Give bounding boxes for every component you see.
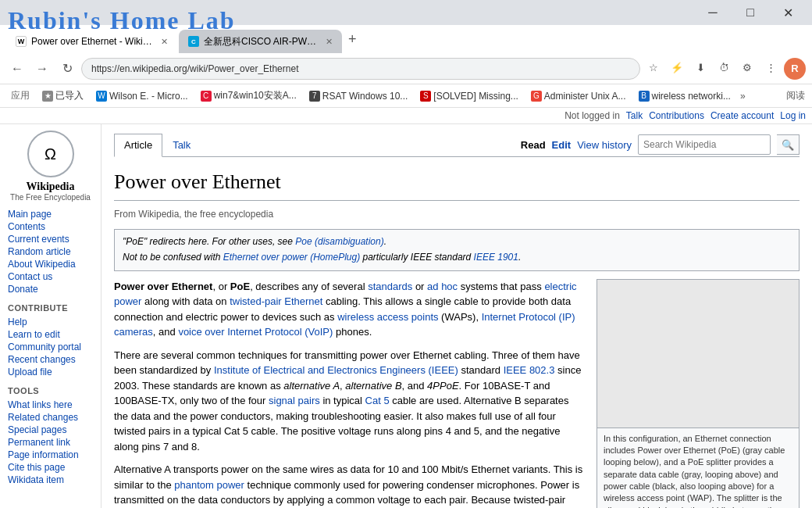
bookmark-win7-label: win7&win10安装A... bbox=[214, 89, 297, 102]
forward-button[interactable]: → bbox=[31, 58, 53, 80]
sidebar-item-wikidata-item[interactable]: Wikidata item bbox=[8, 474, 93, 486]
create-account-link[interactable]: Create account bbox=[710, 110, 774, 121]
tab-article[interactable]: Article bbox=[114, 134, 162, 157]
tab-wikipedia[interactable]: W Power over Ethernet - Wikipe... ✕ bbox=[6, 30, 177, 53]
article-tabs: Article Talk Read Edit View history 🔍 bbox=[114, 134, 800, 157]
tab-actions: Read Edit View history 🔍 bbox=[521, 134, 800, 156]
sidebar-contribute: Contribute Help Learn to edit Community … bbox=[8, 303, 93, 378]
bookmark-wireless[interactable]: B wireless networki... bbox=[634, 89, 735, 103]
poe-disambiguation-link[interactable]: Poe (disambiguation) bbox=[295, 236, 383, 247]
minimize-button[interactable]: ─ bbox=[695, 0, 731, 25]
voip-link[interactable]: voice over Internet Protocol (VoIP) bbox=[178, 326, 333, 338]
phantom-power-link[interactable]: phantom power bbox=[174, 479, 244, 491]
action-view-history[interactable]: View history bbox=[577, 138, 632, 153]
action-read[interactable]: Read bbox=[521, 138, 546, 153]
sidebar-item-help[interactable]: Help bbox=[8, 316, 93, 328]
bookmark-wilson[interactable]: W Wilson E. - Micro... bbox=[91, 89, 193, 103]
intro-paragraph: Power over Ethernet, or PoE, describes a… bbox=[114, 279, 584, 340]
sidebar-item-current-events[interactable]: Current events bbox=[8, 233, 93, 245]
bookmark-unix[interactable]: G Administer Unix A... bbox=[526, 89, 631, 103]
extensions-button[interactable]: ⚡ bbox=[667, 58, 687, 78]
action-edit[interactable]: Edit bbox=[552, 138, 572, 153]
search-input[interactable] bbox=[638, 134, 771, 155]
tab-cisco-close[interactable]: ✕ bbox=[326, 37, 333, 47]
wiki-logo: Ω Wikipedia The Free Encyclopedia bbox=[8, 131, 93, 202]
sidebar-item-upload-file[interactable]: Upload file bbox=[8, 366, 93, 378]
search-button[interactable]: 🔍 bbox=[777, 134, 800, 155]
log-in-link[interactable]: Log in bbox=[780, 110, 806, 121]
content-text: Power over Ethernet, or PoE, describes a… bbox=[114, 279, 584, 509]
wap-link[interactable]: wireless access points bbox=[337, 311, 438, 323]
sidebar-item-recent-changes[interactable]: Recent changes bbox=[8, 353, 93, 366]
menu-button[interactable]: ⋮ bbox=[760, 58, 781, 78]
apps-label: 应用 bbox=[11, 89, 30, 102]
ieee-802-3-link[interactable]: IEEE 802.3 bbox=[504, 364, 555, 376]
wiki-logo-circle: Ω bbox=[27, 131, 74, 177]
bookmark-unix-label: Administer Unix A... bbox=[544, 91, 626, 102]
cat5-link[interactable]: Cat 5 bbox=[365, 395, 390, 406]
twisted-pair-link[interactable]: twisted-pair Ethernet bbox=[230, 295, 322, 307]
content-area: Power over Ethernet, or PoE, describes a… bbox=[114, 279, 800, 509]
reload-button[interactable]: ↻ bbox=[56, 58, 78, 80]
sidebar-item-special-pages[interactable]: Special pages bbox=[8, 424, 93, 436]
address-bar[interactable] bbox=[81, 58, 640, 80]
sidebar-item-community-portal[interactable]: Community portal bbox=[8, 341, 93, 353]
tab-talk[interactable]: Talk bbox=[162, 134, 201, 157]
title-bar: ─ □ ✕ bbox=[0, 0, 812, 25]
bookmark-win7[interactable]: C win7&win10安装A... bbox=[196, 88, 301, 104]
ethernet-over-power-link[interactable]: Ethernet over power (HomePlug) bbox=[223, 252, 360, 263]
toolbar-icons: ☆ ⚡ ⬇ ⏱ ⚙ ⋮ R bbox=[643, 58, 806, 80]
bookmarks-bar: 应用 ★ 已导入 W Wilson E. - Micro... C win7&w… bbox=[0, 84, 812, 108]
bookmark-wilson-icon: W bbox=[96, 91, 107, 102]
sidebar-item-main-page[interactable]: Main page bbox=[8, 208, 93, 220]
user-bar: Not logged in Talk Contributions Create … bbox=[0, 108, 812, 124]
bookmarks-more[interactable]: » bbox=[740, 91, 746, 102]
bookmark-imported-icon: ★ bbox=[42, 91, 53, 102]
sidebar-item-random-article[interactable]: Random article bbox=[8, 245, 93, 258]
sidebar-item-cite-this-page[interactable]: Cite this page bbox=[8, 461, 93, 474]
sidebar-item-contents[interactable]: Contents bbox=[8, 220, 93, 233]
maximize-button[interactable]: □ bbox=[732, 0, 768, 25]
ieee-1901-link[interactable]: IEEE 1901 bbox=[474, 252, 518, 263]
bookmark-apps[interactable]: 应用 bbox=[6, 88, 34, 104]
profile-button[interactable]: R bbox=[784, 58, 806, 80]
wiki-logo-symbol: Ω bbox=[45, 145, 56, 163]
ad-hoc-link[interactable]: ad hoc bbox=[427, 281, 458, 292]
not-confused-notice: Not to be confused with Ethernet over po… bbox=[123, 252, 521, 263]
reader-mode-button[interactable]: 阅读 bbox=[785, 86, 806, 106]
signal-pairs-link[interactable]: signal pairs bbox=[269, 395, 320, 406]
bookmark-rsat[interactable]: 7 RSAT Windows 10... bbox=[304, 89, 413, 103]
sidebar-item-donate[interactable]: Donate bbox=[8, 283, 93, 295]
talk-link[interactable]: Talk bbox=[626, 110, 643, 121]
standards-link[interactable]: standards bbox=[368, 281, 412, 292]
tab-bar: W Power over Ethernet - Wikipe... ✕ C 全新… bbox=[0, 25, 812, 53]
bookmark-imported[interactable]: ★ 已导入 bbox=[37, 88, 88, 104]
back-button[interactable]: ← bbox=[6, 58, 28, 80]
page-title: Power over Ethernet bbox=[114, 166, 800, 201]
sidebar-item-permanent-link[interactable]: Permanent link bbox=[8, 436, 93, 449]
tab-wikipedia-close[interactable]: ✕ bbox=[161, 37, 168, 47]
article-image bbox=[597, 280, 799, 428]
settings-button[interactable]: ⚙ bbox=[737, 58, 757, 78]
alt-a: alternative A bbox=[283, 380, 340, 392]
sidebar-item-related-changes[interactable]: Related changes bbox=[8, 411, 93, 424]
history-button[interactable]: ⏱ bbox=[714, 58, 734, 78]
sidebar-item-about-wikipedia[interactable]: About Wikipedia bbox=[8, 258, 93, 270]
downloads-button[interactable]: ⬇ bbox=[690, 58, 710, 78]
bookmark-solved[interactable]: S [SOLVED] Missing... bbox=[415, 89, 522, 103]
sidebar-item-learn-to-edit[interactable]: Learn to edit bbox=[8, 328, 93, 341]
new-tab-button[interactable]: + bbox=[344, 31, 361, 48]
contributions-link[interactable]: Contributions bbox=[649, 110, 704, 121]
sidebar-item-page-information[interactable]: Page information bbox=[8, 449, 93, 461]
bookmark-star-button[interactable]: ☆ bbox=[643, 58, 664, 78]
notice-1: "PoE" redirects here. For other uses, se… bbox=[123, 234, 791, 249]
notice-2: Not to be confused with Ethernet over po… bbox=[123, 250, 791, 264]
tab-cisco[interactable]: C 全新思科CISCO AIR-PWRINJ5/... ✕ bbox=[179, 30, 342, 53]
sidebar-item-contact-us[interactable]: Contact us bbox=[8, 270, 93, 283]
sidebar-item-what-links-here[interactable]: What links here bbox=[8, 399, 93, 411]
poe-bold: Power over Ethernet bbox=[114, 281, 212, 292]
tab-cisco-label: 全新思科CISCO AIR-PWRINJ5/... bbox=[204, 35, 321, 48]
close-button[interactable]: ✕ bbox=[770, 0, 806, 25]
ieee-link[interactable]: Institute of Electrical and Electronics … bbox=[214, 364, 458, 376]
wiki-logo-subtitle: The Free Encyclopedia bbox=[8, 193, 93, 202]
